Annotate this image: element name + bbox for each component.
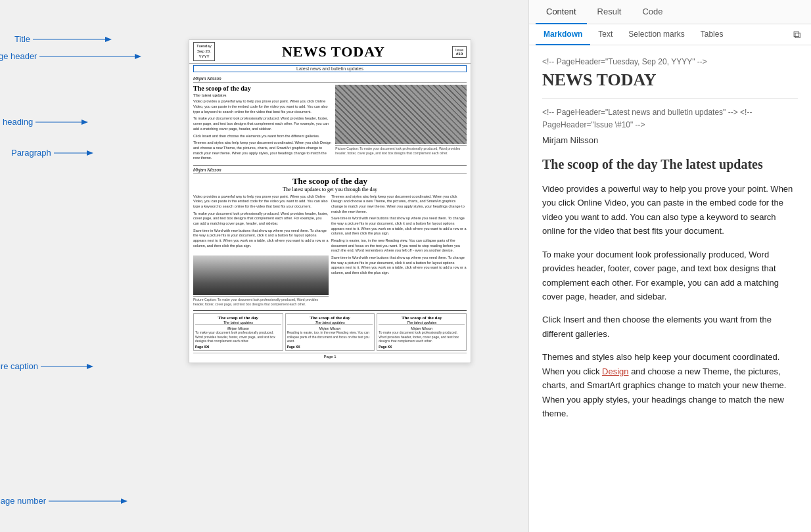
content-divider1: [542, 98, 798, 99]
doc-subtitle: Latest news and bulletin updates: [193, 65, 467, 72]
page-header-label: Page header: [0, 51, 37, 61]
tab-code[interactable]: Code: [632, 0, 673, 24]
doc-small-para2: Reading is easier, too, in the new Readi…: [287, 330, 373, 344]
doc-small-sub1: The latest updates: [195, 321, 281, 325]
doc-para4: Themes and styles also help keep your do…: [193, 141, 333, 161]
doc-body-para6: Reading is easier, too, in the new Readi…: [331, 238, 467, 254]
subtab-text[interactable]: Text: [590, 24, 620, 45]
svg-marker-11: [121, 499, 127, 504]
tab-content[interactable]: Content: [536, 0, 587, 24]
paragraph-label: Paragraph: [11, 148, 51, 158]
doc-small-heading1: The scoop of the day: [195, 315, 281, 321]
content-author: Mirjam Nilsson: [542, 134, 798, 148]
doc-body-col1: Video provides a powerful way to help yo…: [193, 194, 329, 256]
svg-marker-9: [87, 364, 93, 369]
document-preview: Tuesday Sep 20, YYYY NEWS TODAY Issue #1…: [189, 39, 471, 363]
doc-body-col2: Themes and styles also help keep your do…: [331, 194, 467, 256]
right-panel: Content Result Code Markdown Text Select…: [528, 0, 811, 532]
page-number-annotation: Page number: [0, 496, 127, 506]
comment-page-header1: <!-- PageHeader="Tuesday, Sep 20, YYYY" …: [542, 56, 798, 68]
copy-button[interactable]: ⧉: [789, 25, 804, 45]
doc-small-col2: The scoop of the day The latest updates …: [285, 313, 375, 351]
doc-small-para3: To make your document look professionall…: [379, 330, 465, 344]
doc-small-page3: Page XX: [379, 345, 465, 349]
doc-body-para5: Save time in Word with new buttons that …: [331, 216, 467, 236]
doc-cars-section: Picture Caption: To make your document l…: [193, 255, 467, 308]
doc-two-col: The scoop of the day The latest updates …: [193, 85, 467, 163]
doc-body-para3: Save time in Word with new buttons that …: [193, 229, 329, 249]
doc-divider2: [193, 310, 467, 311]
doc-right-para1: Save time in Word with new buttons that …: [331, 255, 467, 276]
doc-small-page2: Page XX: [287, 345, 373, 349]
page-number-label: Page number: [0, 496, 46, 506]
doc-author1: Mirjam Nilsson: [193, 76, 467, 83]
title-label: Title: [14, 34, 30, 44]
doc-para2: To make your document look professionall…: [193, 116, 333, 131]
svg-marker-3: [135, 54, 141, 59]
doc-small-heading2: The scoop of the day: [287, 315, 373, 321]
doc-para1: Video provides a powerful way to help yo…: [193, 99, 333, 114]
picture-caption-label: Picture caption: [0, 361, 38, 371]
doc-header: Tuesday Sep 20, YYYY NEWS TODAY Issue #1…: [189, 40, 471, 64]
main-tabs-row: Content Result Code: [529, 0, 811, 24]
section-heading-label: Section heading: [0, 117, 33, 127]
subtab-selection-marks[interactable]: Selection marks: [620, 24, 692, 45]
doc-author2: Mirjam Nilsson: [193, 167, 467, 174]
doc-small-para1: To make your document look professionall…: [195, 330, 281, 344]
doc-section-heading2: The scoop of the day: [193, 176, 467, 187]
page-header-annotation: Page header: [0, 51, 141, 61]
doc-body: Mirjam Nilsson The scoop of the day The …: [189, 74, 471, 362]
doc-three-cols: The scoop of the day The latest updates …: [193, 313, 467, 351]
content-para4: Themes and styles also help keep your do…: [542, 350, 798, 420]
tab-result[interactable]: Result: [587, 0, 632, 24]
doc-image2: [193, 255, 329, 295]
doc-small-page1: Page XXI: [195, 345, 281, 349]
doc-date: Tuesday Sep 20, YYYY: [193, 42, 215, 61]
doc-section-sub1: The latest updates: [193, 93, 333, 98]
doc-body-para1: Video provides a powerful way to help yo…: [193, 194, 329, 210]
doc-small-sub2: The latest updates: [287, 321, 373, 325]
doc-section-sub2: The latest updates to get you through th…: [193, 187, 467, 192]
content-area[interactable]: <!-- PageHeader="Tuesday, Sep 20, YYYY" …: [529, 45, 811, 532]
doc-page-number: Page 1: [193, 353, 467, 360]
doc-col-right: Picture Caption: To make your document l…: [335, 85, 467, 163]
left-panel: Title Page header Section heading Para: [0, 0, 528, 532]
doc-caption2: Picture Caption: To make your document l…: [193, 296, 329, 306]
doc-body-para4: Themes and styles also help keep your do…: [331, 194, 467, 215]
doc-body-para2: To make your document look professionall…: [193, 211, 329, 227]
doc-small-col3: The scoop of the day The latest updates …: [377, 313, 467, 351]
svg-marker-1: [105, 37, 112, 42]
svg-marker-7: [87, 150, 93, 156]
doc-image1: [335, 85, 467, 144]
content-big-title: NEWS TODAY: [542, 71, 798, 90]
doc-small-heading3: The scoop of the day: [379, 315, 465, 321]
doc-cars-col: Picture Caption: To make your document l…: [193, 255, 329, 308]
doc-col-left: The scoop of the day The latest updates …: [193, 85, 333, 163]
subtab-tables[interactable]: Tables: [693, 24, 731, 45]
paragraph-annotation: Paragraph: [11, 148, 93, 158]
doc-caption1: Picture Caption: To make your document l…: [335, 145, 467, 155]
design-link: Design: [602, 366, 628, 376]
content-para2: To make your document look professionall…: [542, 248, 798, 304]
picture-caption-annotation: Picture caption: [0, 361, 93, 371]
subtabs-row: Markdown Text Selection marks Tables ⧉: [529, 24, 811, 45]
content-section-heading: The scoop of the day The latest updates: [542, 156, 798, 173]
doc-main-title: NEWS TODAY: [282, 43, 385, 60]
doc-divider1: [193, 165, 467, 166]
doc-right-col2: Save time in Word with new buttons that …: [331, 255, 467, 308]
doc-three-col-body: Video provides a powerful way to help yo…: [193, 194, 467, 256]
doc-small-sub3: The latest updates: [379, 321, 465, 325]
title-annotation: Title: [14, 34, 112, 44]
doc-small-col1: The scoop of the day The latest updates …: [193, 313, 283, 351]
subtab-markdown[interactable]: Markdown: [536, 24, 590, 45]
comment-page-header2: <!-- PageHeader="Latest news and bulleti…: [542, 106, 798, 131]
content-para1: Video provides a powerful way to help yo…: [542, 182, 798, 238]
doc-section-heading1: The scoop of the day: [193, 85, 333, 93]
doc-issue: Issue #10: [452, 46, 467, 58]
section-heading-annotation: Section heading: [0, 117, 88, 127]
content-para3: Click Insert and then choose the element…: [542, 313, 798, 341]
doc-para3: Click Insert and then choose the element…: [193, 134, 333, 139]
svg-marker-5: [81, 120, 88, 125]
